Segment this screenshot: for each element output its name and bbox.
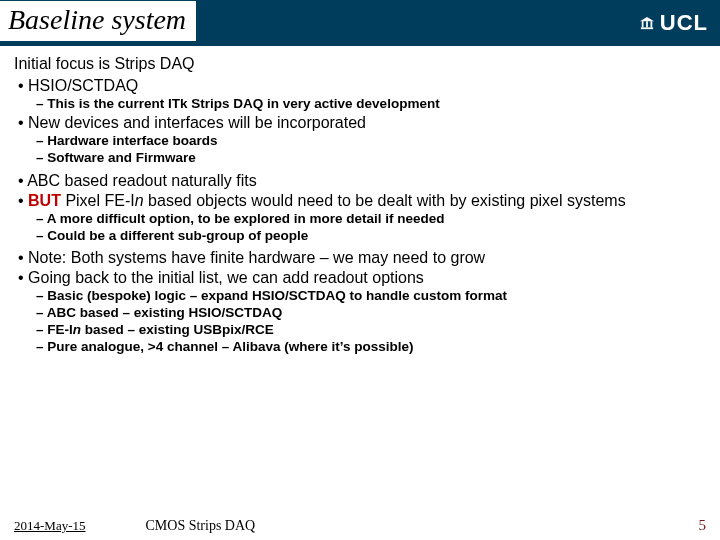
bullet-1-sub-1: This is the current ITk Strips DAQ in ve…	[36, 96, 708, 113]
svg-rect-2	[646, 21, 648, 27]
svg-marker-4	[640, 17, 654, 21]
bullet-5: Note: Both systems have finite hardware …	[18, 248, 708, 268]
svg-rect-3	[650, 21, 652, 27]
bullet-6-sub-1: Basic (bespoke) logic – expand HSIO/SCTD…	[36, 288, 708, 305]
bullet-6-sub-3-a: FE-I	[47, 322, 73, 337]
slide-title: Baseline system	[0, 1, 196, 41]
portico-icon	[640, 16, 654, 30]
bullet-6-sub-4: Pure analogue, >4 channel – Alibava (whe…	[36, 339, 708, 356]
footer-title: CMOS Strips DAQ	[146, 518, 256, 534]
bullet-2: New devices and interfaces will be incor…	[18, 113, 708, 133]
title-bar: Baseline system UCL	[0, 0, 720, 46]
logo-text: UCL	[660, 10, 708, 36]
bullet-4-sub-2: Could be a different sub-group of people	[36, 228, 708, 245]
bullet-6-sub-2: ABC based – existing HSIO/SCTDAQ	[36, 305, 708, 322]
lead-text: Initial focus is Strips DAQ	[14, 54, 708, 74]
bullet-6: Going back to the initial list, we can a…	[18, 268, 708, 288]
bullet-1: HSIO/SCTDAQ	[18, 76, 708, 96]
svg-rect-1	[642, 21, 644, 27]
bullet-4-n: n	[135, 192, 144, 209]
footer: 2014-May-15 CMOS Strips DAQ 5	[0, 517, 720, 534]
bullet-6-sub-3: FE-In based – existing USBpix/RCE	[36, 322, 708, 339]
bullet-2-sub-2: Software and Firmware	[36, 150, 708, 167]
bullet-4-text-b: based objects would need to be dealt wit…	[144, 192, 626, 209]
bullet-4-text-a: Pixel FE-I	[61, 192, 135, 209]
bullet-4: BUT Pixel FE-In based objects would need…	[18, 191, 708, 211]
page-number: 5	[699, 517, 707, 534]
bullet-3: ABC based readout naturally fits	[18, 171, 708, 191]
ucl-logo: UCL	[640, 10, 708, 36]
footer-date: 2014-May-15	[14, 518, 86, 534]
bullet-4-sub-1: A more difficult option, to be explored …	[36, 211, 708, 228]
bullet-6-sub-3-n: n	[73, 322, 81, 337]
slide-content: Initial focus is Strips DAQ HSIO/SCTDAQ …	[0, 46, 720, 356]
bullet-2-sub-1: Hardware interface boards	[36, 133, 708, 150]
but-word: BUT	[28, 192, 61, 209]
bullet-6-sub-3-b: based – existing USBpix/RCE	[81, 322, 274, 337]
svg-rect-0	[641, 27, 653, 29]
